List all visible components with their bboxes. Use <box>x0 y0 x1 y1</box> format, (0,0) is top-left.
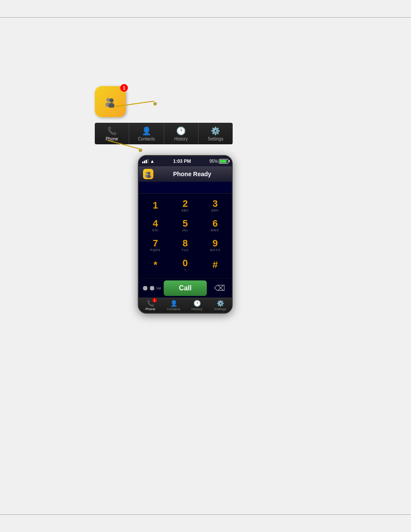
battery-pct: 95% <box>209 159 218 164</box>
battery-fill <box>220 160 227 163</box>
stylus-tip-top <box>153 102 157 106</box>
phone-tab-phone-label: Phone <box>145 307 155 311</box>
dialpad: 1 2 ABC 3 DEF 4 GHI 5 JKL 6 <box>139 194 232 278</box>
app-icon-badge: 1 <box>120 84 128 92</box>
signal-bar-3 <box>146 160 147 163</box>
dial-key-4[interactable]: 4 GHI <box>140 216 170 234</box>
phone-tab-settings-icon: ⚙️ <box>217 300 224 307</box>
call-button[interactable]: Call <box>164 280 207 296</box>
phone-tab-history[interactable]: 🕐 History <box>185 298 209 313</box>
page-rule-bottom <box>0 514 411 515</box>
nav-bar: Phone Ready <box>139 166 232 182</box>
phone-icon-large: 📞 <box>107 126 117 136</box>
dial-key-star-symbol: * <box>153 259 157 271</box>
tab-contacts-large[interactable]: 👤 Contacts <box>129 123 164 144</box>
phone-tab-history-label: History <box>192 307 202 311</box>
dialpad-row-1: 1 2 ABC 3 DEF <box>140 196 230 215</box>
dial-key-1[interactable]: 1 <box>140 196 170 215</box>
dial-key-3[interactable]: 3 DEF <box>200 196 230 215</box>
display-area <box>139 182 232 194</box>
dial-key-6-letters: MNO <box>211 229 219 232</box>
dial-key-1-number: 1 <box>153 201 158 210</box>
svg-point-4 <box>146 172 148 174</box>
dial-key-7[interactable]: 7 PQRS <box>140 236 170 254</box>
phone-tab-history-icon: 🕐 <box>193 300 201 307</box>
signal-area: ▲ <box>142 159 155 164</box>
app-icon[interactable]: 1 <box>95 86 126 117</box>
dial-key-5-number: 5 <box>183 219 188 228</box>
wifi-icon: ▲ <box>150 159 155 164</box>
dial-key-6[interactable]: 6 MNO <box>200 216 230 234</box>
action-row: ⏺⏺ VM Call ⌫ <box>139 278 232 298</box>
dialpad-row-4: * 0 + # <box>140 256 230 274</box>
signal-bar-1 <box>142 162 143 163</box>
tab-bar-large: 📞 Phone 👤 Contacts 🕐 History ⚙️ Settings <box>95 123 233 144</box>
signal-bars <box>142 159 149 163</box>
svg-point-2 <box>109 98 114 103</box>
dial-key-8[interactable]: 8 TUV <box>170 236 200 254</box>
battery-area: 95% <box>209 159 228 164</box>
voicemail-icon: ⏺⏺ <box>142 284 156 292</box>
phone-tab-contacts-icon: 👤 <box>170 300 177 307</box>
call-button-label: Call <box>179 284 191 292</box>
tab-settings-large[interactable]: ⚙️ Settings <box>199 123 233 144</box>
dial-key-0-letters: + <box>184 268 186 271</box>
dial-key-6-number: 6 <box>212 219 218 228</box>
voicemail-button[interactable]: ⏺⏺ VM <box>140 280 162 296</box>
stylus-tip-mid <box>139 149 142 152</box>
phone-tab-bar: 📞 1 Phone 👤 Contacts 🕐 History ⚙️ Settin… <box>139 298 232 313</box>
dial-key-2[interactable]: 2 ABC <box>170 196 200 215</box>
dial-key-4-number: 4 <box>153 219 158 228</box>
dial-key-0-number: 0 <box>183 258 188 268</box>
battery-icon <box>219 159 228 164</box>
dial-key-5-letters: JKL <box>182 229 188 232</box>
page-rule-top <box>0 17 411 18</box>
dial-key-7-letters: PQRS <box>150 249 161 252</box>
settings-icon-large: ⚙️ <box>211 126 220 136</box>
tab-history-large[interactable]: 🕐 History <box>164 123 199 144</box>
delete-button[interactable]: ⌫ <box>209 280 230 296</box>
dial-key-3-letters: DEF <box>212 209 219 212</box>
dial-key-5[interactable]: 5 JKL <box>170 216 200 234</box>
tab-settings-label-large: Settings <box>208 137 223 141</box>
dial-key-7-number: 7 <box>153 239 158 248</box>
dial-key-hash[interactable]: # <box>200 256 230 274</box>
dial-key-star[interactable]: * <box>140 256 170 274</box>
dial-key-4-letters: GHI <box>152 229 159 232</box>
signal-bar-2 <box>144 161 145 163</box>
dial-key-hash-symbol: # <box>212 259 218 271</box>
status-bar: ▲ 1:03 PM 95% <box>139 156 232 166</box>
dial-key-9-letters: WXYZ <box>210 249 220 252</box>
contacts-icon-large: 👤 <box>142 126 151 136</box>
phone-mockup: ▲ 1:03 PM 95% Phone Ready 1 <box>138 155 233 314</box>
delete-icon: ⌫ <box>214 283 225 293</box>
dialpad-row-3: 7 PQRS 8 TUV 9 WXYZ <box>140 236 230 254</box>
history-icon-large: 🕐 <box>176 126 186 136</box>
phone-tab-contacts[interactable]: 👤 Contacts <box>162 298 185 313</box>
status-time: 1:03 PM <box>173 159 191 164</box>
dial-key-9[interactable]: 9 WXYZ <box>200 236 230 254</box>
dial-key-9-number: 9 <box>212 239 218 248</box>
phone-tab-phone-icon: 📞 1 <box>147 300 154 307</box>
dialpad-row-2: 4 GHI 5 JKL 6 MNO <box>140 216 230 234</box>
nav-title: Phone Ready <box>157 171 227 177</box>
svg-point-6 <box>148 172 150 174</box>
signal-bar-4 <box>147 159 149 163</box>
phone-tab-settings-label: Settings <box>214 307 227 311</box>
people-icon <box>104 96 116 108</box>
phone-tab-phone-badge: 1 <box>153 298 157 302</box>
dial-key-3-number: 3 <box>212 199 218 208</box>
dial-key-2-number: 2 <box>183 199 188 208</box>
app-icon-area: 1 <box>95 86 126 117</box>
dial-key-8-letters: TUV <box>181 249 189 252</box>
tab-history-label-large: History <box>174 137 188 141</box>
svg-point-0 <box>106 98 110 102</box>
nav-logo-icon <box>144 170 152 178</box>
phone-tab-settings[interactable]: ⚙️ Settings <box>209 298 232 313</box>
phone-tab-contacts-label: Contacts <box>167 307 181 311</box>
voicemail-label: VM <box>156 287 161 290</box>
nav-logo <box>143 169 153 179</box>
dial-key-0[interactable]: 0 + <box>170 256 200 274</box>
phone-tab-phone[interactable]: 📞 1 Phone <box>139 298 162 313</box>
dial-key-8-number: 8 <box>183 239 188 248</box>
